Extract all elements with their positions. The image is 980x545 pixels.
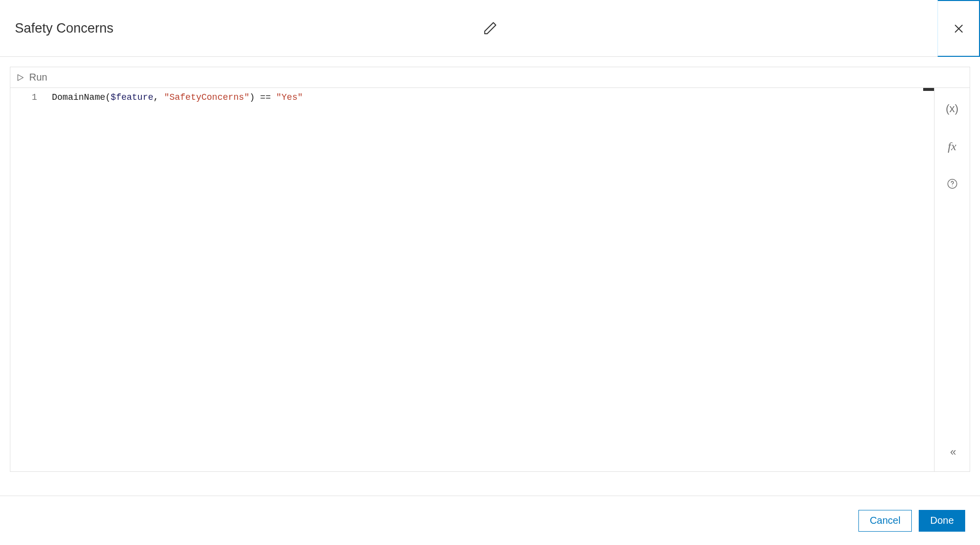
token-function: DomainName bbox=[52, 92, 105, 102]
variables-icon: (x) bbox=[946, 102, 959, 115]
token-operator: == bbox=[260, 92, 271, 102]
editor-body: 1 DomainName($feature, "SafetyConcerns")… bbox=[10, 88, 970, 471]
token-variable: $feature bbox=[111, 92, 153, 102]
token-space bbox=[159, 92, 164, 102]
svg-point-4 bbox=[952, 186, 952, 186]
chevron-double-left-icon: « bbox=[950, 446, 954, 458]
scrollbar-handle[interactable] bbox=[923, 88, 934, 91]
code-editor[interactable]: 1 DomainName($feature, "SafetyConcerns")… bbox=[10, 88, 934, 471]
cancel-button-label: Cancel bbox=[870, 515, 900, 526]
cancel-button[interactable]: Cancel bbox=[858, 510, 912, 532]
run-button[interactable]: Run bbox=[16, 72, 47, 83]
editor-panel: Run 1 DomainName($feature, "SafetyConcer… bbox=[10, 67, 970, 472]
close-icon bbox=[953, 23, 965, 35]
edit-title-button[interactable] bbox=[483, 21, 498, 36]
token-string: "Yes" bbox=[276, 92, 303, 102]
content-area: Run 1 DomainName($feature, "SafetyConcer… bbox=[0, 57, 980, 482]
token-lparen: ( bbox=[105, 92, 111, 102]
token-space bbox=[255, 92, 260, 102]
page-title: Safety Concerns bbox=[15, 21, 114, 36]
help-button[interactable] bbox=[944, 176, 960, 192]
footer: Cancel Done bbox=[0, 496, 980, 545]
side-toolbar: (x) fx « bbox=[934, 88, 970, 471]
header: Safety Concerns bbox=[0, 0, 980, 57]
done-button-label: Done bbox=[930, 515, 954, 526]
help-icon bbox=[947, 178, 958, 189]
run-button-label: Run bbox=[29, 72, 47, 83]
variables-button[interactable]: (x) bbox=[944, 101, 960, 117]
svg-marker-2 bbox=[18, 75, 23, 81]
done-button[interactable]: Done bbox=[919, 510, 965, 532]
fx-icon: fx bbox=[948, 140, 956, 153]
token-string: "SafetyConcerns" bbox=[164, 92, 250, 102]
line-number: 1 bbox=[10, 88, 43, 471]
collapse-panel-button[interactable]: « bbox=[950, 446, 954, 459]
code-content: DomainName($feature, "SafetyConcerns") =… bbox=[43, 88, 303, 471]
pencil-icon bbox=[483, 21, 498, 36]
close-button[interactable] bbox=[937, 0, 980, 57]
play-icon bbox=[16, 74, 24, 82]
token-space bbox=[271, 92, 276, 102]
run-bar: Run bbox=[10, 67, 970, 88]
token-comma: , bbox=[153, 92, 159, 102]
functions-button[interactable]: fx bbox=[944, 138, 960, 154]
token-rparen: ) bbox=[250, 92, 255, 102]
